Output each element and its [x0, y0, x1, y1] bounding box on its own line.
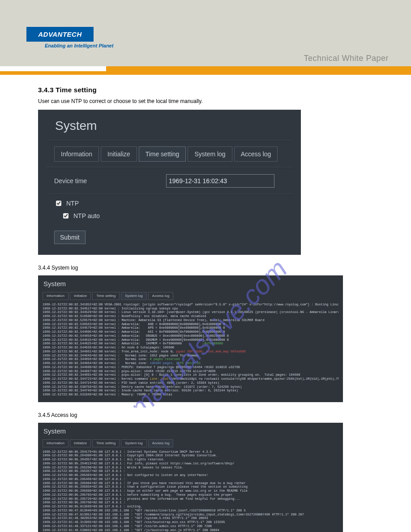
brand-tagline: Enabling an Intelligent Planet — [45, 43, 113, 48]
tab-system-log[interactable]: System log — [121, 292, 147, 300]
system-log-body: 1969-12-31T22:00:02.341852+02:00 VEGA-20… — [43, 303, 338, 397]
document-header: ADVANTECH Enabling an Intelligent Planet… — [0, 0, 411, 66]
tab-access-log[interactable]: Access log — [234, 146, 278, 162]
time-setting-panel: System Information Initialize Time setti… — [38, 110, 301, 255]
panel-heading: System — [43, 280, 338, 288]
tab-access-log[interactable]: Access log — [148, 292, 174, 300]
tab-information[interactable]: Information — [43, 292, 68, 300]
tab-time-setting[interactable]: Time setting — [92, 439, 120, 447]
tab-time-setting[interactable]: Time setting — [92, 292, 120, 300]
device-time-input[interactable] — [166, 174, 274, 188]
tab-initialize[interactable]: Initialize — [70, 292, 91, 300]
panel-heading: System — [55, 119, 293, 133]
submit-button[interactable]: Submit — [54, 231, 86, 244]
tab-system-log[interactable]: System log — [121, 439, 147, 447]
system-log-panel: System Information Initialize Time setti… — [38, 275, 343, 402]
tab-information[interactable]: Information — [43, 439, 68, 447]
section-subtitle-time-setting: User can use NTP to correct or choose to… — [38, 98, 373, 104]
section-title-time-setting: 3.4.3 Time setting — [38, 86, 373, 94]
tab-initialize[interactable]: Initialize — [101, 146, 137, 162]
tabstrip: Information Initialize Time setting Syst… — [54, 146, 285, 162]
brand-logo: ADVANTECH — [26, 27, 94, 42]
tab-access-log[interactable]: Access log — [148, 439, 174, 447]
panel-heading: System — [43, 427, 338, 436]
ntp-checkbox[interactable] — [56, 201, 61, 206]
ntp-auto-label: NTP auto — [73, 212, 100, 219]
device-time-label: Device time — [54, 177, 166, 184]
document-type: Technical White Paper — [304, 54, 389, 63]
tab-system-log[interactable]: System log — [188, 146, 232, 162]
section-title-system-log: 3.4.4 System log — [38, 265, 373, 271]
header-divider — [0, 66, 411, 75]
tab-time-setting[interactable]: Time setting — [139, 146, 186, 162]
brand-text: ADVANTECH — [38, 30, 82, 38]
access-log-body: 1969-12-31T22:00:05.264179+01:00 127.0.0… — [43, 450, 338, 532]
ntp-label: NTP — [66, 200, 79, 207]
access-log-panel: System Information Initialize Time setti… — [38, 423, 343, 532]
section-title-access-log: 3.4.5 Access log — [38, 412, 373, 418]
ntp-auto-checkbox[interactable] — [63, 213, 68, 219]
tab-information[interactable]: Information — [54, 146, 99, 162]
tab-initialize[interactable]: Initialize — [70, 439, 91, 447]
